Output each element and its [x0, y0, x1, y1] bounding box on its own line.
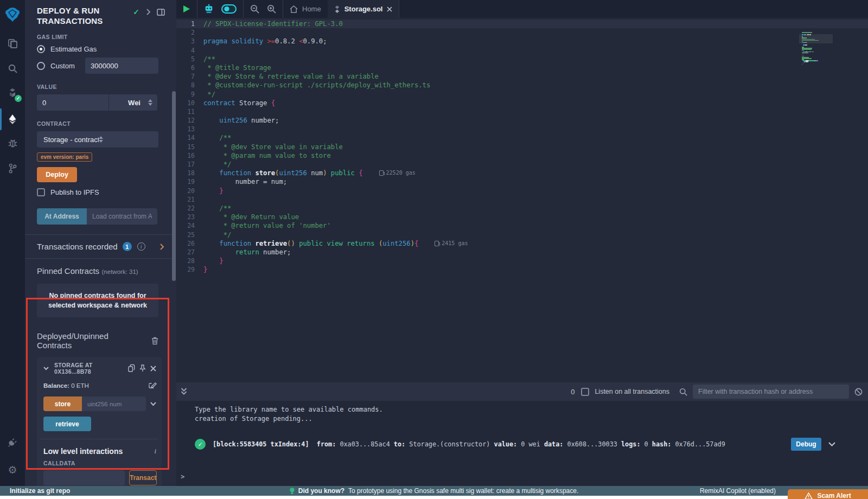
terminal[interactable]: Type the library name to see available c… [176, 401, 868, 486]
code-line[interactable]: 24 * @return value of 'number' [176, 221, 868, 230]
tx-expand-icon[interactable] [828, 442, 835, 446]
deploy-run-icon[interactable] [0, 111, 25, 128]
plugin-manager-icon[interactable] [0, 434, 25, 451]
solidity-compiler-icon[interactable]: ✓ [0, 85, 25, 102]
debugger-icon[interactable] [0, 135, 25, 152]
retrieve-function-button[interactable]: retrieve [43, 417, 91, 431]
code-line[interactable]: 5/** [176, 55, 868, 63]
transaction-log-row[interactable]: ✓ [block:5583405 txIndex:4] from: 0xa03.… [195, 438, 868, 451]
code-line[interactable]: 8 * @custom:dev-run-script ./scripts/dep… [176, 81, 868, 89]
tab-storage-sol[interactable]: Storage.sol [328, 0, 400, 18]
code-line[interactable]: 19 number = num; [176, 177, 868, 186]
code-line[interactable]: 27 return number; [176, 248, 868, 257]
pin-panel-icon[interactable] [157, 9, 165, 16]
close-tab-icon[interactable] [387, 7, 392, 12]
remix-logo[interactable] [0, 4, 25, 25]
code-line[interactable]: 14 /** [176, 133, 868, 142]
code-editor[interactable]: 1// SPDX-License-Identifier: GPL-3.023pr… [176, 18, 868, 382]
tab-home[interactable]: Home [283, 0, 328, 18]
code-line[interactable]: 22 /** [176, 204, 868, 213]
code-line[interactable]: 12 uint256 number; [176, 116, 868, 125]
contract-label: CONTRACT [37, 120, 158, 127]
at-address-button[interactable]: At Address [37, 208, 87, 225]
code-line[interactable]: 17 */ [176, 160, 868, 169]
estimated-gas-radio[interactable] [37, 45, 45, 53]
remove-instance-icon[interactable] [150, 366, 156, 372]
code-line[interactable]: 21 [176, 195, 868, 204]
code-line[interactable]: 3pragma solidity >=0.8.2 <0.9.0; [176, 37, 868, 46]
zoom-out-icon[interactable] [250, 4, 259, 14]
store-expand-icon[interactable] [150, 402, 156, 406]
code-line[interactable]: 25 */ [176, 231, 868, 239]
code-line[interactable]: 11 [176, 107, 868, 116]
contract-instance-card: STORAGE AT 0X136...8B78 Balance: 0 ETH s… [37, 357, 162, 486]
code-line[interactable]: 15 * @dev Store value in variable [176, 143, 868, 151]
tx-summary: [block:5583405 txIndex:4] from: 0xa03...… [213, 440, 725, 448]
listen-all-checkbox[interactable] [581, 388, 589, 396]
code-line[interactable]: 29} [176, 265, 868, 274]
settings-icon[interactable]: ⚙ [0, 461, 25, 478]
zoom-group [244, 0, 283, 18]
publish-ipfs-checkbox[interactable] [37, 188, 45, 196]
transact-button[interactable]: Transact [129, 470, 157, 485]
deploy-button[interactable]: Deploy [37, 167, 77, 182]
edit-balance-icon[interactable] [149, 382, 156, 389]
ai-assistant-robot-icon[interactable] [204, 4, 214, 14]
code-line[interactable]: 9 */ [176, 90, 868, 99]
code-line[interactable]: 16 * @param num value to store [176, 151, 868, 160]
scam-alert-button[interactable]: Scam Alert [788, 489, 868, 499]
code-line[interactable]: 7 * @dev Store & retrieve value in a var… [176, 72, 868, 81]
search-icon[interactable] [0, 60, 25, 77]
value-input[interactable] [37, 94, 108, 111]
value-unit-select[interactable]: Wei [109, 94, 157, 111]
terminal-search-icon[interactable] [679, 388, 687, 396]
terminal-prompt[interactable]: > [181, 473, 184, 481]
transactions-recorded-row[interactable]: Transactions recorded 1 i [25, 235, 173, 258]
terminal-line: Type the library name to see available c… [195, 405, 868, 414]
copy-address-icon[interactable] [128, 364, 135, 372]
git-init-action[interactable]: Initialize as git repo [10, 487, 70, 495]
zoom-in-icon[interactable] [267, 4, 276, 14]
file-explorer-icon[interactable] [0, 35, 25, 52]
transactions-expand-icon[interactable] [159, 244, 164, 250]
source-control-icon[interactable] [0, 159, 25, 177]
evm-version-badge: evm version: paris [37, 152, 92, 162]
code-line[interactable]: 23 * @dev Return value [176, 213, 868, 221]
code-line[interactable]: 26 function retrieve() public view retur… [176, 239, 868, 248]
transactions-info-icon[interactable]: i [137, 242, 145, 251]
panel-title: DEPLOY & RUN TRANSACTIONS [37, 5, 133, 26]
contract-select[interactable]: Storage - contracts/Storage.sol [37, 131, 158, 148]
custom-gas-option: Custom [37, 57, 158, 74]
panel-scrollbar[interactable] [172, 91, 176, 281]
code-line[interactable]: 28 } [176, 257, 868, 265]
code-line[interactable]: 18 function store(uint256 num) public {2… [176, 169, 868, 177]
code-line[interactable]: 10contract Storage { [176, 99, 868, 107]
instance-collapse-icon[interactable] [43, 367, 49, 370]
custom-gas-radio[interactable] [37, 62, 45, 70]
copilot-toggle[interactable] [221, 4, 237, 14]
at-address-input[interactable] [87, 208, 157, 225]
calldata-input[interactable] [43, 470, 125, 485]
run-script-icon[interactable] [183, 5, 190, 13]
pin-contract-icon[interactable] [139, 364, 146, 372]
estimated-gas-option[interactable]: Estimated Gas [37, 45, 158, 53]
clear-instances-trash-icon[interactable] [151, 337, 158, 345]
terminal-collapse-icon[interactable] [181, 388, 187, 395]
low-level-info-icon[interactable]: i [154, 447, 156, 456]
store-arg-input[interactable] [82, 396, 146, 411]
custom-gas-input[interactable] [85, 57, 158, 74]
debug-button[interactable]: Debug [791, 438, 821, 451]
code-line[interactable]: 6 * @title Storage [176, 63, 868, 72]
divider [25, 258, 173, 259]
code-line[interactable]: 4 [176, 46, 868, 55]
code-line[interactable]: 1// SPDX-License-Identifier: GPL-3.0 [176, 20, 868, 28]
code-line[interactable]: 2 [176, 28, 868, 37]
transactions-count-badge: 1 [123, 242, 132, 251]
store-function-button[interactable]: store [43, 396, 82, 411]
expand-panel-icon[interactable] [146, 9, 150, 15]
clear-console-icon[interactable] [854, 388, 863, 396]
code-line[interactable]: 20 } [176, 187, 868, 195]
terminal-filter-input[interactable] [693, 385, 849, 399]
minimap[interactable] [802, 32, 830, 65]
code-line[interactable]: 13 [176, 125, 868, 133]
